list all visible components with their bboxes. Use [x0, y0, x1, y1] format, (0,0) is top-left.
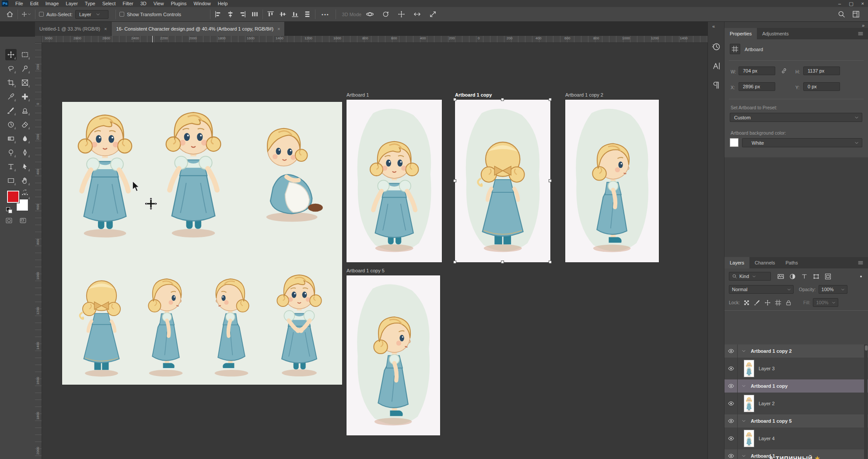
- horizontal-type-tool[interactable]: [5, 161, 17, 172]
- artboard-bg-swatch[interactable]: [730, 138, 738, 147]
- layer-group-row[interactable]: Artboard 1 copy: [724, 379, 868, 393]
- visibility-cell[interactable]: [724, 428, 738, 449]
- align-right-edges-icon[interactable]: [238, 10, 247, 18]
- artboard-label[interactable]: Artboard 1: [346, 92, 369, 97]
- quick-selection-tool[interactable]: [19, 63, 31, 74]
- crop-tool[interactable]: [5, 77, 17, 88]
- screen-mode-icon[interactable]: [19, 217, 27, 224]
- lock-lock-all-icon[interactable]: [785, 299, 792, 306]
- ruler-origin-corner[interactable]: [35, 36, 42, 43]
- artboard-label[interactable]: Artboard 1 copy 2: [565, 92, 603, 97]
- tab-close-icon[interactable]: ×: [277, 26, 280, 31]
- menu-3d[interactable]: 3D: [137, 0, 150, 7]
- foreground-color-swatch[interactable]: [7, 191, 19, 203]
- blur-tool[interactable]: [19, 133, 31, 144]
- eraser-tool[interactable]: [19, 119, 31, 130]
- artboard-bg-dropdown[interactable]: White: [742, 138, 862, 147]
- visibility-cell[interactable]: [724, 414, 738, 428]
- artboard-2[interactable]: [455, 100, 550, 262]
- align-left-edges-icon[interactable]: [214, 10, 222, 18]
- quick-mask-icon[interactable]: [5, 217, 13, 224]
- menu-layer[interactable]: Layer: [62, 0, 81, 7]
- layer-thumbnail[interactable]: [744, 395, 754, 412]
- pen-tool[interactable]: [19, 147, 31, 158]
- preset-dropdown[interactable]: Custom: [730, 113, 862, 122]
- chevron-down-icon[interactable]: [741, 383, 746, 389]
- link-dimensions-icon[interactable]: [780, 67, 788, 74]
- selection-handle[interactable]: [549, 261, 552, 264]
- selection-handle[interactable]: [549, 98, 552, 101]
- tab-adjustments[interactable]: Adjustments: [757, 28, 794, 39]
- opacity-value[interactable]: 100%: [819, 285, 847, 294]
- menu-edit[interactable]: Edit: [27, 0, 42, 7]
- layer-row[interactable]: Layer 4: [724, 428, 868, 449]
- filter-toggle-icon[interactable]: [858, 273, 864, 280]
- panel-menu-icon[interactable]: [857, 31, 864, 37]
- artboard-label[interactable]: Artboard 1 copy 5: [346, 268, 385, 273]
- tab-channels[interactable]: Channels: [749, 257, 780, 268]
- chevron-down-icon[interactable]: [741, 453, 746, 459]
- eye-icon[interactable]: [728, 348, 735, 355]
- workspace-switcher-icon[interactable]: [852, 10, 860, 18]
- move-tool[interactable]: [5, 49, 17, 60]
- selection-handle[interactable]: [501, 261, 504, 264]
- photoshop-logo-icon[interactable]: Ps: [2, 0, 8, 7]
- document-tab-1[interactable]: Untitled-1 @ 33.3% (RGB/8)×: [35, 22, 112, 36]
- visibility-cell[interactable]: [724, 449, 738, 459]
- selection-handle[interactable]: [501, 98, 504, 101]
- tab-paths[interactable]: Paths: [780, 257, 803, 268]
- selection-handle[interactable]: [453, 98, 456, 101]
- align-top-edges-icon[interactable]: [266, 10, 275, 18]
- layer-row[interactable]: Layer 2: [724, 393, 868, 414]
- filter-kind-dropdown[interactable]: Kind: [729, 272, 771, 281]
- lock-lock-transparent-icon[interactable]: [743, 299, 750, 306]
- close-button[interactable]: ×: [858, 1, 868, 6]
- height-field[interactable]: 1137 px: [803, 66, 840, 75]
- more-options-button[interactable]: •••: [322, 12, 329, 17]
- eye-icon[interactable]: [728, 365, 735, 372]
- paragraph-panel-icon[interactable]: [711, 80, 721, 90]
- align-h-centers-icon[interactable]: [226, 10, 234, 18]
- layer-thumbnail[interactable]: [744, 360, 754, 377]
- eye-icon[interactable]: [728, 417, 735, 424]
- expand-panels-chevrons[interactable]: «: [712, 24, 715, 29]
- horizontal-ruler[interactable]: 3000280026002400220020001800160014001200…: [42, 36, 707, 43]
- align-v-centers-icon[interactable]: [279, 10, 287, 18]
- shape-filter-icon[interactable]: [812, 273, 820, 280]
- chevron-down-icon[interactable]: [27, 11, 32, 17]
- artboard-3[interactable]: [565, 100, 659, 262]
- rectangular-marquee-tool[interactable]: [19, 49, 31, 60]
- tab-layers[interactable]: Layers: [724, 257, 749, 268]
- type-filter-icon[interactable]: [801, 273, 808, 280]
- move-tool-preset-icon[interactable]: [21, 11, 27, 17]
- lasso-tool[interactable]: [5, 63, 17, 74]
- adjustment-filter-icon[interactable]: [789, 273, 796, 280]
- chevron-down-icon[interactable]: [741, 418, 746, 424]
- visibility-cell[interactable]: [724, 393, 738, 414]
- dist-h-icon[interactable]: [251, 10, 259, 18]
- visibility-cell[interactable]: [724, 379, 738, 393]
- selection-handle[interactable]: [453, 261, 456, 264]
- menu-window[interactable]: Window: [190, 0, 214, 7]
- dist-v-icon[interactable]: [303, 10, 312, 18]
- lock-brush-icon[interactable]: [754, 299, 760, 306]
- eye-icon[interactable]: [728, 435, 735, 442]
- document-tab-2[interactable]: 16- Consistent Character design.psd @ 40…: [112, 22, 285, 36]
- menu-view[interactable]: View: [150, 0, 168, 7]
- layers-scrollbar-thumb[interactable]: [865, 345, 868, 351]
- show-transform-checkbox[interactable]: [119, 12, 124, 17]
- canvas-viewport[interactable]: Artboard 1 Artboard 1 copy: [42, 43, 707, 459]
- character-panel-icon[interactable]: [711, 61, 721, 71]
- selection-handle[interactable]: [453, 179, 456, 182]
- blend-mode-dropdown[interactable]: Normal: [729, 285, 794, 294]
- pixel-filter-icon[interactable]: [777, 273, 784, 280]
- auto-select-checkbox[interactable]: [39, 12, 44, 17]
- x-field[interactable]: 2896 px: [738, 82, 775, 91]
- menu-image[interactable]: Image: [42, 0, 63, 7]
- panel-menu-icon[interactable]: [857, 260, 864, 266]
- artboard-1[interactable]: [346, 100, 442, 262]
- eyedropper-tool[interactable]: [5, 91, 17, 102]
- brush-tool[interactable]: [5, 105, 17, 116]
- smart-filter-icon[interactable]: [824, 273, 832, 280]
- artboard-4[interactable]: [346, 275, 440, 435]
